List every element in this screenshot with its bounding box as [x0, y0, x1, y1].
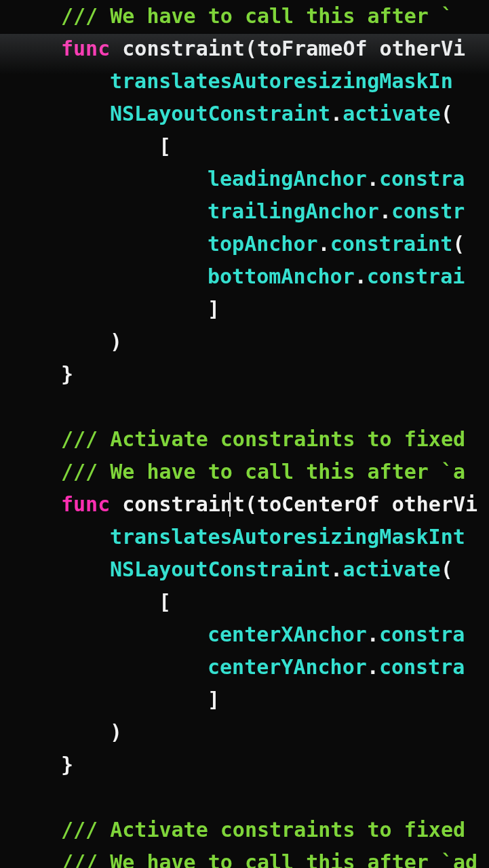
token-member: constraint: [330, 232, 453, 256]
code-line[interactable]: [: [0, 130, 489, 163]
code-line[interactable]: /// Activate constraints to fixed: [0, 423, 489, 456]
token-member: centerYAnchor: [208, 655, 367, 679]
code-line[interactable]: }: [0, 358, 489, 391]
code-line[interactable]: ): [0, 716, 489, 749]
token-ident: }: [61, 753, 73, 776]
code-editor[interactable]: /// We have to call this after `func con…: [0, 0, 489, 868]
code-line[interactable]: /// We have to call this after `: [0, 0, 489, 33]
code-line[interactable]: }: [0, 749, 489, 781]
code-line[interactable]: /// We have to call this after `a: [0, 456, 489, 488]
token-member: NSLayoutConstraint: [110, 102, 330, 125]
code-line[interactable]: ): [0, 326, 489, 358]
token-ident: ): [110, 330, 122, 353]
code-line[interactable]: topAnchor.constraint(: [0, 228, 489, 260]
token-comment: /// We have to call this after `: [61, 4, 453, 28]
token-member: constra: [379, 623, 465, 646]
token-member: constrai: [367, 264, 465, 288]
token-ident: [: [159, 590, 171, 614]
token-ident: ]: [208, 688, 220, 711]
token-comment: /// We have to call this after `ad: [61, 850, 477, 868]
token-ident: [: [159, 134, 171, 158]
code-line[interactable]: trailingAnchor.constr: [0, 195, 489, 228]
token-ident: .: [330, 557, 343, 581]
text-caret: [229, 492, 231, 517]
code-line[interactable]: [0, 781, 489, 814]
code-line[interactable]: /// We have to call this after `ad: [0, 846, 489, 868]
token-member: leadingAnchor: [208, 167, 367, 191]
code-line[interactable]: centerYAnchor.constra: [0, 651, 489, 684]
token-comment: /// We have to call this after `a: [61, 460, 465, 484]
token-keyword: func: [61, 37, 110, 60]
token-ident: (: [441, 102, 453, 125]
token-ident: .: [367, 167, 379, 191]
code-line[interactable]: [: [0, 586, 489, 618]
code-line[interactable]: NSLayoutConstraint.activate(: [0, 98, 489, 130]
token-ident: (: [452, 232, 465, 256]
code-line[interactable]: ]: [0, 293, 489, 326]
token-ident: (: [441, 557, 453, 581]
token-ident: ]: [208, 297, 220, 321]
code-line[interactable]: NSLayoutConstraint.activate(: [0, 553, 489, 586]
token-ident: ): [110, 720, 122, 744]
code-line[interactable]: centerXAnchor.constra: [0, 618, 489, 651]
token-ident: .: [330, 102, 343, 125]
token-ident: .: [355, 264, 367, 288]
code-line[interactable]: translatesAutoresizingMaskInt: [0, 521, 489, 553]
token-member: translatesAutoresizingMaskIn: [110, 69, 453, 93]
token-ident: .: [367, 623, 379, 646]
token-ident: .: [379, 199, 391, 223]
token-ident: constraint(toCenterOf otherVi: [110, 492, 477, 516]
token-member: bottomAnchor: [208, 264, 355, 288]
token-member: topAnchor: [208, 232, 318, 256]
code-line[interactable]: ]: [0, 684, 489, 716]
token-member: translatesAutoresizingMaskInt: [110, 525, 465, 549]
code-line[interactable]: /// Activate constraints to fixed: [0, 814, 489, 846]
token-member: NSLayoutConstraint: [110, 557, 330, 581]
token-ident: constraint(toFrameOf otherVi: [110, 37, 465, 60]
token-ident: .: [318, 232, 330, 256]
token-keyword: func: [61, 492, 110, 516]
token-member: constr: [391, 199, 465, 223]
token-member: centerXAnchor: [208, 623, 367, 646]
token-member: activate: [343, 102, 441, 125]
code-line[interactable]: leadingAnchor.constra: [0, 163, 489, 195]
token-member: trailingAnchor: [208, 199, 379, 223]
token-ident: }: [61, 362, 73, 386]
token-ident: .: [367, 655, 379, 679]
token-member: constra: [379, 655, 465, 679]
token-member: constra: [379, 167, 465, 191]
code-line[interactable]: func constraint(toFrameOf otherVi: [0, 33, 489, 65]
token-comment: /// Activate constraints to fixed: [61, 427, 465, 451]
code-line[interactable]: bottomAnchor.constrai: [0, 260, 489, 293]
code-line[interactable]: [0, 391, 489, 423]
token-comment: /// Activate constraints to fixed: [61, 818, 477, 842]
code-line[interactable]: func constraint(toCenterOf otherVi: [0, 488, 489, 521]
code-line[interactable]: translatesAutoresizingMaskIn: [0, 65, 489, 98]
token-member: activate: [343, 557, 441, 581]
